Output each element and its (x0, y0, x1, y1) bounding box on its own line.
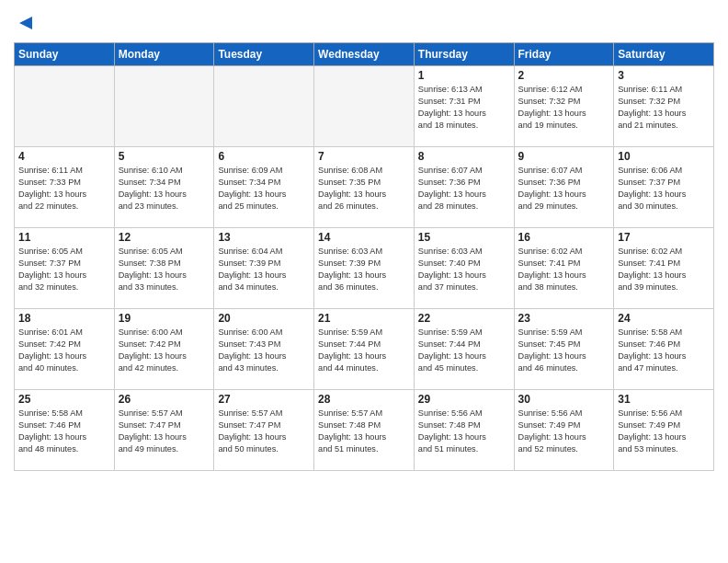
day-number: 16 (518, 231, 610, 244)
day-number: 19 (119, 312, 210, 325)
day-info: Sunrise: 6:04 AMSunset: 7:39 PMDaylight:… (218, 246, 310, 293)
header (14, 9, 714, 37)
day-info: Sunrise: 6:00 AMSunset: 7:43 PMDaylight:… (218, 327, 310, 374)
calendar-cell: 25Sunrise: 5:58 AMSunset: 7:46 PMDayligh… (15, 390, 115, 471)
day-info: Sunrise: 5:59 AMSunset: 7:44 PMDaylight:… (418, 327, 510, 374)
day-info: Sunrise: 6:09 AMSunset: 7:34 PMDaylight:… (218, 165, 310, 213)
week-row-5: 25Sunrise: 5:58 AMSunset: 7:46 PMDayligh… (15, 390, 714, 471)
day-number: 25 (18, 393, 110, 406)
day-number: 17 (618, 231, 710, 244)
calendar-cell: 14Sunrise: 6:03 AMSunset: 7:39 PMDayligh… (314, 228, 415, 309)
calendar-cell: 20Sunrise: 6:00 AMSunset: 7:43 PMDayligh… (214, 309, 314, 390)
logo (14, 13, 36, 37)
day-info: Sunrise: 5:59 AMSunset: 7:45 PMDaylight:… (518, 327, 610, 374)
day-number: 24 (618, 312, 710, 325)
day-info: Sunrise: 5:57 AMSunset: 7:48 PMDaylight:… (318, 408, 410, 455)
calendar-cell: 9Sunrise: 6:07 AMSunset: 7:36 PMDaylight… (514, 147, 614, 228)
day-number: 11 (18, 231, 110, 244)
day-number: 8 (418, 150, 510, 163)
calendar-cell: 15Sunrise: 6:03 AMSunset: 7:40 PMDayligh… (414, 228, 514, 309)
day-info: Sunrise: 5:56 AMSunset: 7:49 PMDaylight:… (618, 408, 710, 455)
day-number: 23 (518, 312, 610, 325)
day-info: Sunrise: 6:08 AMSunset: 7:35 PMDaylight:… (318, 165, 410, 213)
day-info: Sunrise: 6:01 AMSunset: 7:42 PMDaylight:… (18, 327, 110, 374)
day-info: Sunrise: 5:57 AMSunset: 7:47 PMDaylight:… (119, 408, 210, 455)
day-info: Sunrise: 6:06 AMSunset: 7:37 PMDaylight:… (618, 165, 710, 213)
day-number: 18 (18, 312, 110, 325)
day-info: Sunrise: 6:10 AMSunset: 7:34 PMDaylight:… (119, 165, 210, 213)
weekday-monday: Monday (114, 43, 214, 66)
week-row-4: 18Sunrise: 6:01 AMSunset: 7:42 PMDayligh… (15, 309, 714, 390)
day-number: 30 (518, 393, 610, 406)
calendar-cell: 19Sunrise: 6:00 AMSunset: 7:42 PMDayligh… (114, 309, 214, 390)
day-info: Sunrise: 5:58 AMSunset: 7:46 PMDaylight:… (18, 408, 110, 455)
day-info: Sunrise: 6:05 AMSunset: 7:37 PMDaylight:… (18, 246, 110, 293)
day-info: Sunrise: 5:57 AMSunset: 7:47 PMDaylight:… (218, 408, 310, 455)
calendar-cell: 23Sunrise: 5:59 AMSunset: 7:45 PMDayligh… (514, 309, 614, 390)
week-row-1: 1Sunrise: 6:13 AMSunset: 7:31 PMDaylight… (15, 66, 714, 147)
calendar-cell: 13Sunrise: 6:04 AMSunset: 7:39 PMDayligh… (214, 228, 314, 309)
calendar-cell: 31Sunrise: 5:56 AMSunset: 7:49 PMDayligh… (614, 390, 714, 471)
weekday-sunday: Sunday (15, 43, 115, 66)
day-info: Sunrise: 6:07 AMSunset: 7:36 PMDaylight:… (518, 165, 610, 213)
svg-marker-0 (19, 17, 32, 29)
day-number: 26 (119, 393, 210, 406)
day-info: Sunrise: 6:13 AMSunset: 7:31 PMDaylight:… (418, 84, 510, 132)
day-number: 27 (218, 393, 310, 406)
day-info: Sunrise: 5:56 AMSunset: 7:49 PMDaylight:… (518, 408, 610, 455)
day-info: Sunrise: 6:02 AMSunset: 7:41 PMDaylight:… (518, 246, 610, 293)
day-number: 1 (418, 69, 510, 82)
calendar-cell: 1Sunrise: 6:13 AMSunset: 7:31 PMDaylight… (414, 66, 514, 147)
day-number: 6 (218, 150, 310, 163)
day-number: 14 (318, 231, 410, 244)
day-info: Sunrise: 6:05 AMSunset: 7:38 PMDaylight:… (119, 246, 210, 293)
calendar-cell: 16Sunrise: 6:02 AMSunset: 7:41 PMDayligh… (514, 228, 614, 309)
day-number: 3 (618, 69, 710, 82)
day-number: 10 (618, 150, 710, 163)
day-number: 12 (119, 231, 210, 244)
calendar-cell: 2Sunrise: 6:12 AMSunset: 7:32 PMDaylight… (514, 66, 614, 147)
calendar-cell: 24Sunrise: 5:58 AMSunset: 7:46 PMDayligh… (614, 309, 714, 390)
calendar-cell: 6Sunrise: 6:09 AMSunset: 7:34 PMDaylight… (214, 147, 314, 228)
day-info: Sunrise: 5:58 AMSunset: 7:46 PMDaylight:… (618, 327, 710, 374)
day-number: 2 (518, 69, 610, 82)
day-number: 9 (518, 150, 610, 163)
calendar-cell: 18Sunrise: 6:01 AMSunset: 7:42 PMDayligh… (15, 309, 115, 390)
calendar-cell: 10Sunrise: 6:06 AMSunset: 7:37 PMDayligh… (614, 147, 714, 228)
week-row-3: 11Sunrise: 6:05 AMSunset: 7:37 PMDayligh… (15, 228, 714, 309)
weekday-friday: Friday (514, 43, 614, 66)
calendar-cell: 4Sunrise: 6:11 AMSunset: 7:33 PMDaylight… (15, 147, 115, 228)
calendar-cell: 12Sunrise: 6:05 AMSunset: 7:38 PMDayligh… (114, 228, 214, 309)
calendar-cell: 26Sunrise: 5:57 AMSunset: 7:47 PMDayligh… (114, 390, 214, 471)
calendar-cell: 11Sunrise: 6:05 AMSunset: 7:37 PMDayligh… (15, 228, 115, 309)
calendar-cell: 29Sunrise: 5:56 AMSunset: 7:48 PMDayligh… (414, 390, 514, 471)
calendar-cell: 28Sunrise: 5:57 AMSunset: 7:48 PMDayligh… (314, 390, 415, 471)
calendar-cell (214, 66, 314, 147)
day-number: 29 (418, 393, 510, 406)
calendar-cell: 7Sunrise: 6:08 AMSunset: 7:35 PMDaylight… (314, 147, 415, 228)
calendar-cell (314, 66, 415, 147)
day-info: Sunrise: 6:02 AMSunset: 7:41 PMDaylight:… (618, 246, 710, 293)
day-info: Sunrise: 6:03 AMSunset: 7:39 PMDaylight:… (318, 246, 410, 293)
calendar-cell: 21Sunrise: 5:59 AMSunset: 7:44 PMDayligh… (314, 309, 415, 390)
weekday-wednesday: Wednesday (314, 43, 415, 66)
day-number: 7 (318, 150, 410, 163)
day-info: Sunrise: 6:00 AMSunset: 7:42 PMDaylight:… (119, 327, 210, 374)
calendar-cell: 8Sunrise: 6:07 AMSunset: 7:36 PMDaylight… (414, 147, 514, 228)
calendar-cell: 17Sunrise: 6:02 AMSunset: 7:41 PMDayligh… (614, 228, 714, 309)
calendar: SundayMondayTuesdayWednesdayThursdayFrid… (14, 42, 714, 471)
calendar-cell: 30Sunrise: 5:56 AMSunset: 7:49 PMDayligh… (514, 390, 614, 471)
day-info: Sunrise: 6:12 AMSunset: 7:32 PMDaylight:… (518, 84, 610, 132)
day-number: 5 (119, 150, 210, 163)
day-info: Sunrise: 6:03 AMSunset: 7:40 PMDaylight:… (418, 246, 510, 293)
day-number: 28 (318, 393, 410, 406)
logo-icon (16, 13, 36, 33)
weekday-thursday: Thursday (414, 43, 514, 66)
calendar-cell: 27Sunrise: 5:57 AMSunset: 7:47 PMDayligh… (214, 390, 314, 471)
calendar-cell: 5Sunrise: 6:10 AMSunset: 7:34 PMDaylight… (114, 147, 214, 228)
calendar-cell: 22Sunrise: 5:59 AMSunset: 7:44 PMDayligh… (414, 309, 514, 390)
day-number: 20 (218, 312, 310, 325)
weekday-header-row: SundayMondayTuesdayWednesdayThursdayFrid… (15, 43, 714, 66)
calendar-cell: 3Sunrise: 6:11 AMSunset: 7:32 PMDaylight… (614, 66, 714, 147)
day-info: Sunrise: 5:59 AMSunset: 7:44 PMDaylight:… (318, 327, 410, 374)
